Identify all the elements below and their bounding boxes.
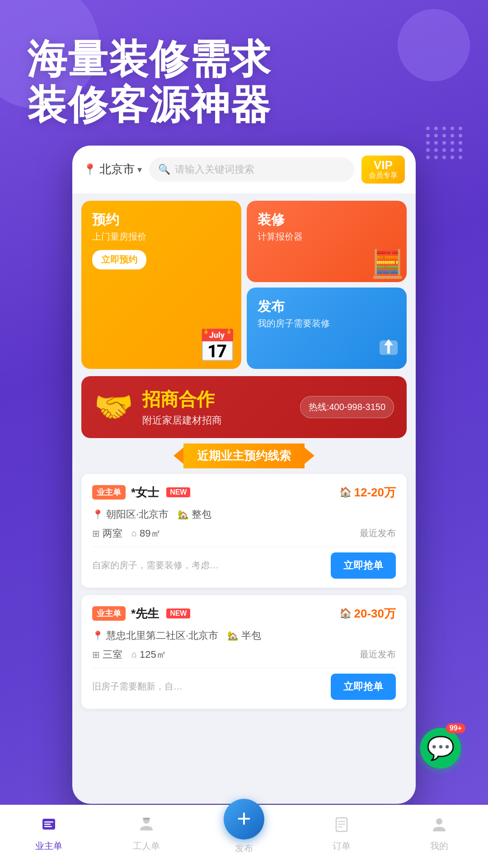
lead-rooms-2: 三室 — [103, 648, 122, 661]
vip-badge[interactable]: VIP 会员专享 — [361, 156, 405, 183]
nav-yezhudan-icon — [40, 815, 58, 837]
lead-snippet-2: 旧房子需要翻新，自… — [92, 680, 324, 693]
nav-dingdan[interactable]: 订单 — [293, 815, 390, 852]
svg-rect-4 — [44, 824, 51, 825]
lead-price-1: 12-20万 — [354, 485, 396, 500]
wechat-float[interactable]: 💬 99+ — [420, 728, 461, 769]
lead-package-1: 整包 — [192, 508, 211, 521]
banner-zhuangxiu-title: 装修 — [258, 212, 396, 228]
search-bar: 📍 北京市 ▾ 🔍 请输入关键词搜索 VIP 会员专享 — [72, 146, 416, 193]
owner-badge-2: 业主单 — [92, 606, 126, 621]
nav-wode[interactable]: 我的 — [390, 815, 488, 852]
lead-district-1: 朝阳区·北京市 — [106, 508, 169, 521]
banner-zhuangxiu[interactable]: 装修 计算报价器 🧮 — [247, 201, 407, 282]
svg-rect-7 — [143, 818, 150, 820]
chevron-down-icon: ▾ — [137, 164, 142, 175]
lead-card-1: 业主单 *女士 NEW 🏠 12-20万 📍 朝阳区·北京市 — [81, 474, 407, 588]
location-pin-icon: 📍 — [83, 163, 97, 176]
location-text: 北京市 — [99, 161, 135, 177]
location-button[interactable]: 📍 北京市 ▾ — [83, 161, 142, 177]
location-icon-2: 📍 — [92, 630, 103, 641]
vip-label: VIP — [369, 159, 398, 171]
new-badge-2: NEW — [166, 609, 190, 618]
phone-card: 📍 北京市 ▾ 🔍 请输入关键词搜索 VIP 会员专享 预约 上 — [72, 146, 416, 803]
merchant-hotline: 热线:400-998-3150 — [300, 396, 394, 418]
nav-gongren-icon — [137, 815, 155, 837]
phone-card-wrapper: 📍 北京市 ▾ 🔍 请输入关键词搜索 VIP 会员专享 预约 上 — [27, 127, 461, 803]
price-icon-1: 🏠 — [339, 486, 352, 498]
svg-rect-5 — [44, 826, 52, 827]
new-badge-1: NEW — [166, 487, 190, 497]
svg-rect-3 — [44, 821, 53, 823]
banner-yuyue-sub: 上门量房报价 — [92, 231, 230, 243]
lead-timestamp-2: 最近发布 — [360, 648, 396, 660]
banner-fabu-title: 发布 — [258, 298, 396, 315]
yuyue-btn[interactable]: 立即预约 — [92, 250, 146, 269]
lead-card-2: 业主单 *先生 NEW 🏠 20-30万 📍 慧忠北里第二社区·北京市 — [81, 595, 407, 709]
lead-name-1: *女士 — [131, 485, 159, 500]
bottom-nav: 业主单 工人单 + 发布 订单 — [0, 805, 488, 868]
hero-section: 海量装修需求 装修客源神器 📍 北京市 ▾ 🔍 请输入关键词搜索 VIP 会员专… — [0, 0, 488, 804]
wechat-symbol: 💬 — [427, 735, 455, 761]
owner-badge-1: 业主单 — [92, 485, 126, 500]
wechat-icon[interactable]: 💬 — [420, 728, 461, 769]
nav-wode-icon — [430, 815, 448, 837]
calendar-icon: 📅 — [197, 327, 237, 364]
rooms-icon-1: ⊞ — [92, 528, 100, 539]
merchant-text: 招商合作 附近家居建材招商 — [142, 387, 291, 427]
lead-district-2: 慧忠北里第二社区·北京市 — [106, 629, 218, 642]
fab-button[interactable]: + — [224, 799, 264, 840]
rooms-icon-2: ⊞ — [92, 649, 100, 660]
lead-cards-list: 业主单 *女士 NEW 🏠 12-20万 📍 朝阳区·北京市 — [72, 474, 416, 709]
vip-sub-label: 会员专享 — [369, 171, 398, 179]
header-triangle-right — [305, 448, 314, 464]
lead-timestamp-1: 最近发布 — [360, 527, 396, 539]
lead-snippet-1: 自家的房子，需要装修，考虑… — [92, 559, 324, 571]
banner-fabu-sub: 我的房子需要装修 — [258, 317, 396, 330]
banner-grid: 预约 上门量房报价 立即预约 📅 装修 计算报价器 🧮 发布 我的房子需要装修 — [72, 193, 416, 376]
merchant-title: 招商合作 — [142, 387, 291, 412]
grab-btn-2[interactable]: 立即抢单 — [331, 674, 396, 700]
lead-area-2: 125㎡ — [140, 648, 166, 661]
nav-wode-label: 我的 — [430, 840, 448, 852]
package-icon-1: 🏡 — [178, 509, 189, 520]
nav-fabu-label: 发布 — [235, 842, 253, 854]
svg-rect-10 — [338, 824, 345, 825]
plus-icon: + — [237, 806, 251, 830]
merchant-banner[interactable]: 🤝 招商合作 附近家居建材招商 热线:400-998-3150 — [81, 376, 407, 438]
merchant-sub: 附近家居建材招商 — [142, 414, 291, 427]
nav-fabu[interactable]: + 发布 — [195, 812, 293, 854]
banner-yuyue-title: 预约 — [92, 212, 230, 228]
nav-yezhudan[interactable]: 业主单 — [0, 815, 98, 852]
merchant-illus: 🤝 — [94, 388, 133, 425]
area-icon-1: ⌂ — [131, 528, 137, 538]
search-input[interactable]: 🔍 请输入关键词搜索 — [149, 157, 354, 182]
wechat-badge: 99+ — [446, 723, 465, 733]
svg-rect-9 — [338, 821, 345, 822]
section-header: 近期业主预约线索 — [81, 443, 407, 468]
svg-point-12 — [436, 818, 442, 825]
nav-gongren-label: 工人单 — [133, 840, 160, 852]
lead-area-1: 89㎡ — [140, 527, 160, 540]
banner-yuyue[interactable]: 预约 上门量房报价 立即预约 📅 — [81, 201, 241, 369]
search-icon: 🔍 — [158, 164, 170, 175]
nav-gongren[interactable]: 工人单 — [98, 815, 195, 852]
hero-title: 海量装修需求 装修客源神器 — [27, 36, 461, 127]
publish-icon — [375, 334, 402, 367]
grab-btn-1[interactable]: 立即抢单 — [331, 552, 396, 579]
hero-line1: 海量装修需求 — [27, 36, 461, 82]
location-icon-1: 📍 — [92, 509, 103, 520]
price-icon-2: 🏠 — [339, 608, 352, 619]
lead-name-2: *先生 — [131, 606, 159, 622]
area-icon-2: ⌂ — [131, 649, 137, 660]
nav-dingdan-icon — [333, 815, 351, 837]
nav-dingdan-label: 订单 — [333, 840, 351, 852]
banner-fabu[interactable]: 发布 我的房子需要装修 — [247, 288, 407, 369]
abacus-icon: 🧮 — [371, 248, 404, 280]
header-triangle-left — [174, 448, 183, 464]
search-placeholder: 请输入关键词搜索 — [175, 163, 254, 176]
lead-package-2: 半包 — [241, 629, 261, 642]
banner-zhuangxiu-sub: 计算报价器 — [258, 231, 396, 243]
svg-rect-11 — [338, 826, 343, 827]
package-icon-2: 🏡 — [227, 630, 239, 641]
